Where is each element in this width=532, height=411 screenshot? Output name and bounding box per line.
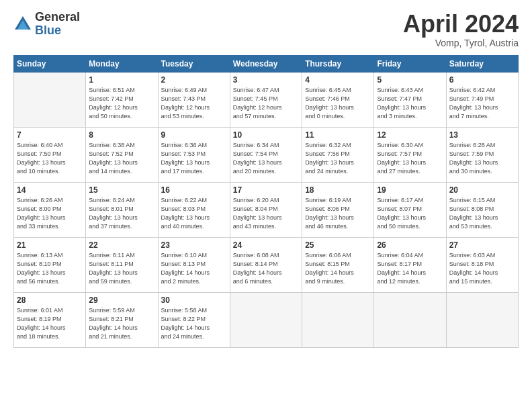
day-number: 21 (17, 240, 83, 250)
day-info: Sunrise: 6:15 AMSunset: 8:08 PMDaylight:… (449, 196, 515, 231)
page: General Blue April 2024 Vomp, Tyrol, Aus… (0, 0, 532, 355)
header-cell-monday: Monday (86, 55, 158, 72)
header-cell-thursday: Thursday (302, 55, 374, 72)
day-cell: 19Sunrise: 6:17 AMSunset: 8:07 PMDayligh… (374, 182, 446, 237)
day-info: Sunrise: 6:51 AMSunset: 7:42 PMDaylight:… (89, 86, 154, 121)
week-row-4: 28Sunrise: 6:01 AMSunset: 8:19 PMDayligh… (14, 292, 519, 347)
day-cell (230, 292, 302, 347)
header-cell-wednesday: Wednesday (230, 55, 302, 72)
header: General Blue April 2024 Vomp, Tyrol, Aus… (13, 11, 519, 48)
day-cell: 10Sunrise: 6:34 AMSunset: 7:54 PMDayligh… (230, 127, 302, 182)
day-number: 4 (305, 75, 371, 85)
day-info: Sunrise: 6:28 AMSunset: 7:59 PMDaylight:… (449, 141, 515, 176)
day-cell: 29Sunrise: 5:59 AMSunset: 8:21 PMDayligh… (86, 292, 158, 347)
day-cell (446, 292, 518, 347)
header-cell-friday: Friday (374, 55, 446, 72)
week-row-0: 1Sunrise: 6:51 AMSunset: 7:42 PMDaylight… (14, 72, 519, 127)
week-row-2: 14Sunrise: 6:26 AMSunset: 8:00 PMDayligh… (14, 182, 519, 237)
day-cell: 11Sunrise: 6:32 AMSunset: 7:56 PMDayligh… (302, 127, 374, 182)
day-info: Sunrise: 6:30 AMSunset: 7:57 PMDaylight:… (377, 141, 443, 176)
day-number: 25 (305, 240, 371, 250)
day-info: Sunrise: 5:59 AMSunset: 8:21 PMDaylight:… (89, 306, 154, 341)
header-cell-tuesday: Tuesday (158, 55, 230, 72)
day-number: 9 (161, 130, 227, 140)
day-number: 13 (449, 130, 515, 140)
day-info: Sunrise: 6:38 AMSunset: 7:52 PMDaylight:… (89, 141, 154, 176)
header-cell-saturday: Saturday (446, 55, 518, 72)
day-info: Sunrise: 6:40 AMSunset: 7:50 PMDaylight:… (17, 141, 83, 176)
day-number: 11 (305, 130, 371, 140)
day-number: 18 (305, 185, 371, 195)
logo-icon (13, 15, 32, 34)
day-cell: 2Sunrise: 6:49 AMSunset: 7:43 PMDaylight… (158, 72, 230, 127)
header-row: SundayMondayTuesdayWednesdayThursdayFrid… (14, 55, 519, 72)
day-info: Sunrise: 6:06 AMSunset: 8:15 PMDaylight:… (305, 251, 371, 286)
day-info: Sunrise: 6:34 AMSunset: 7:54 PMDaylight:… (233, 141, 299, 176)
day-cell: 9Sunrise: 6:36 AMSunset: 7:53 PMDaylight… (158, 127, 230, 182)
day-info: Sunrise: 6:26 AMSunset: 8:00 PMDaylight:… (17, 196, 83, 231)
day-number: 16 (161, 185, 227, 195)
day-number: 3 (233, 75, 299, 85)
day-cell: 25Sunrise: 6:06 AMSunset: 8:15 PMDayligh… (302, 237, 374, 292)
day-number: 30 (161, 295, 227, 305)
logo: General Blue (13, 11, 80, 38)
calendar-table: SundayMondayTuesdayWednesdayThursdayFrid… (13, 55, 519, 348)
day-cell: 21Sunrise: 6:13 AMSunset: 8:10 PMDayligh… (14, 237, 86, 292)
day-info: Sunrise: 6:01 AMSunset: 8:19 PMDaylight:… (17, 306, 83, 341)
title-block: April 2024 Vomp, Tyrol, Austria (403, 11, 519, 48)
day-cell: 30Sunrise: 5:58 AMSunset: 8:22 PMDayligh… (158, 292, 230, 347)
day-number: 7 (17, 130, 83, 140)
day-cell: 1Sunrise: 6:51 AMSunset: 7:42 PMDaylight… (86, 72, 158, 127)
day-number: 5 (377, 75, 443, 85)
day-number: 22 (89, 240, 154, 250)
day-number: 20 (449, 185, 515, 195)
calendar-body: 1Sunrise: 6:51 AMSunset: 7:42 PMDaylight… (14, 72, 519, 347)
calendar-header: SundayMondayTuesdayWednesdayThursdayFrid… (14, 55, 519, 72)
day-info: Sunrise: 6:47 AMSunset: 7:45 PMDaylight:… (233, 86, 299, 121)
day-info: Sunrise: 6:43 AMSunset: 7:47 PMDaylight:… (377, 86, 443, 121)
day-info: Sunrise: 6:20 AMSunset: 8:04 PMDaylight:… (233, 196, 299, 231)
day-cell: 8Sunrise: 6:38 AMSunset: 7:52 PMDaylight… (86, 127, 158, 182)
day-cell: 16Sunrise: 6:22 AMSunset: 8:03 PMDayligh… (158, 182, 230, 237)
day-info: Sunrise: 6:19 AMSunset: 8:06 PMDaylight:… (305, 196, 371, 231)
day-number: 2 (161, 75, 227, 85)
day-info: Sunrise: 6:32 AMSunset: 7:56 PMDaylight:… (305, 141, 371, 176)
day-info: Sunrise: 6:08 AMSunset: 8:14 PMDaylight:… (233, 251, 299, 286)
day-cell: 27Sunrise: 6:03 AMSunset: 8:18 PMDayligh… (446, 237, 518, 292)
day-cell: 12Sunrise: 6:30 AMSunset: 7:57 PMDayligh… (374, 127, 446, 182)
day-number: 29 (89, 295, 154, 305)
day-info: Sunrise: 6:04 AMSunset: 8:17 PMDaylight:… (377, 251, 443, 286)
week-row-3: 21Sunrise: 6:13 AMSunset: 8:10 PMDayligh… (14, 237, 519, 292)
day-cell: 28Sunrise: 6:01 AMSunset: 8:19 PMDayligh… (14, 292, 86, 347)
week-row-1: 7Sunrise: 6:40 AMSunset: 7:50 PMDaylight… (14, 127, 519, 182)
day-cell: 4Sunrise: 6:45 AMSunset: 7:46 PMDaylight… (302, 72, 374, 127)
day-number: 28 (17, 295, 83, 305)
day-info: Sunrise: 6:11 AMSunset: 8:11 PMDaylight:… (89, 251, 154, 286)
day-cell (374, 292, 446, 347)
day-number: 23 (161, 240, 227, 250)
day-info: Sunrise: 6:17 AMSunset: 8:07 PMDaylight:… (377, 196, 443, 231)
day-number: 27 (449, 240, 515, 250)
day-info: Sunrise: 6:42 AMSunset: 7:49 PMDaylight:… (449, 86, 515, 121)
day-cell: 7Sunrise: 6:40 AMSunset: 7:50 PMDaylight… (14, 127, 86, 182)
day-info: Sunrise: 6:10 AMSunset: 8:13 PMDaylight:… (161, 251, 227, 286)
day-cell: 13Sunrise: 6:28 AMSunset: 7:59 PMDayligh… (446, 127, 518, 182)
day-number: 14 (17, 185, 83, 195)
day-cell: 20Sunrise: 6:15 AMSunset: 8:08 PMDayligh… (446, 182, 518, 237)
logo-text: General Blue (35, 11, 80, 38)
day-info: Sunrise: 6:36 AMSunset: 7:53 PMDaylight:… (161, 141, 227, 176)
day-cell: 15Sunrise: 6:24 AMSunset: 8:01 PMDayligh… (86, 182, 158, 237)
day-cell: 24Sunrise: 6:08 AMSunset: 8:14 PMDayligh… (230, 237, 302, 292)
day-number: 26 (377, 240, 443, 250)
day-number: 10 (233, 130, 299, 140)
day-info: Sunrise: 6:49 AMSunset: 7:43 PMDaylight:… (161, 86, 227, 121)
logo-general: General (35, 11, 80, 24)
day-info: Sunrise: 6:24 AMSunset: 8:01 PMDaylight:… (89, 196, 154, 231)
day-number: 6 (449, 75, 515, 85)
location: Vomp, Tyrol, Austria (403, 38, 519, 48)
day-info: Sunrise: 5:58 AMSunset: 8:22 PMDaylight:… (161, 306, 227, 341)
day-number: 8 (89, 130, 154, 140)
day-number: 15 (89, 185, 154, 195)
day-info: Sunrise: 6:13 AMSunset: 8:10 PMDaylight:… (17, 251, 83, 286)
day-cell: 17Sunrise: 6:20 AMSunset: 8:04 PMDayligh… (230, 182, 302, 237)
